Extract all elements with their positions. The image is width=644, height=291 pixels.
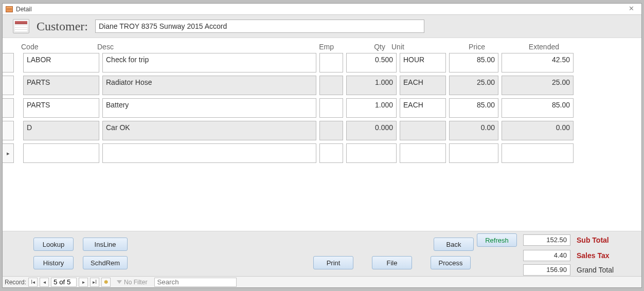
subtotal-label: Sub Total [577,236,623,244]
schdrem-button[interactable]: SchdRem [83,256,128,269]
cell-ext[interactable] [502,143,574,163]
cell-ext[interactable]: 85.00 [502,98,574,118]
back-button[interactable]: Back [434,238,474,251]
record-position[interactable] [51,278,77,287]
col-desc: Desc [95,43,311,51]
col-ext: Extended [487,43,561,51]
window-title: Detail [16,6,32,13]
table-row: PARTSBattery1.000EACH85.0085.00 [3,98,641,118]
cell-code[interactable]: PARTS [23,98,99,118]
cell-emp[interactable] [319,121,343,140]
cell-code[interactable] [23,143,99,163]
customer-input[interactable] [95,20,424,33]
table-row [3,143,641,163]
row-selector[interactable] [3,53,14,72]
cell-code[interactable]: LABOR [23,53,99,72]
cell-code[interactable]: D [23,121,99,140]
cell-qty[interactable]: 0.500 [346,53,397,72]
table-row: PARTSRadiator Hose1.000EACH25.0025.00 [3,76,641,95]
titlebar: Detail ✕ [3,4,641,15]
col-unit: Unit [387,43,436,51]
grandtotal-value: 156.90 [523,264,570,276]
cell-price[interactable]: 85.00 [449,53,498,72]
footer: Lookup InsLine History SchdRem Back Prin… [3,231,641,276]
file-button[interactable]: File [372,256,412,269]
salestax-value: 4.40 [523,250,570,261]
cell-emp[interactable] [319,143,343,163]
column-headers: Code Desc Emp Qty Unit Price Extended [3,40,641,53]
table-row: LABORCheck for trip0.500HOUR85.0042.50 [3,53,641,72]
subtotal-value: 152.50 [523,234,570,246]
datasheet-icon [13,19,29,33]
cell-unit[interactable] [400,121,446,140]
cell-desc[interactable]: Battery [102,98,316,118]
cell-desc[interactable] [102,143,316,163]
cell-qty[interactable]: 1.000 [346,98,397,118]
cell-qty[interactable] [346,143,397,163]
search-input[interactable] [154,278,237,287]
nav-next-button[interactable]: ▸ [79,278,88,287]
col-emp: Emp [311,43,336,51]
cell-unit[interactable]: EACH [400,98,446,118]
row-selector[interactable] [3,98,14,118]
close-icon[interactable]: ✕ [624,5,638,14]
row-selector[interactable] [3,76,14,95]
lookup-button[interactable]: Lookup [33,238,74,251]
cell-qty[interactable]: 1.000 [346,76,397,95]
cell-ext[interactable]: 42.50 [502,53,574,72]
record-label: Record: [5,279,26,286]
cell-price[interactable] [449,143,498,163]
cell-desc[interactable]: Check for trip [102,53,316,72]
cell-emp[interactable] [319,53,343,72]
cell-emp[interactable] [319,76,343,95]
customer-label: Customer: [37,20,88,33]
row-selector[interactable] [3,143,14,163]
cell-price[interactable]: 25.00 [449,76,498,95]
form-icon [6,6,13,12]
detail-grid: Code Desc Emp Qty Unit Price Extended LA… [3,40,641,231]
col-price: Price [436,43,487,51]
filter-label: No Filter [124,279,147,286]
cell-ext[interactable]: 0.00 [502,121,574,140]
cell-price[interactable]: 85.00 [449,98,498,118]
cell-qty[interactable]: 0.000 [346,121,397,140]
nav-last-button[interactable]: ▸I [90,278,99,287]
cell-desc[interactable]: Radiator Hose [102,76,316,95]
nav-first-button[interactable]: I◂ [28,278,38,287]
salestax-label: Sales Tax [577,251,623,260]
table-row: DCar OK0.0000.000.00 [3,121,641,140]
header-strip: Customer: [3,15,641,38]
history-button[interactable]: History [33,256,74,269]
record-navigator: Record: I◂ ◂ ▸ ▸I ✽ No Filter [3,276,641,287]
nav-new-button[interactable]: ✽ [101,278,111,287]
cell-unit[interactable]: HOUR [400,53,446,72]
cell-ext[interactable]: 25.00 [502,76,574,95]
cell-unit[interactable] [400,143,446,163]
refresh-button[interactable]: Refresh [477,233,517,247]
filter-indicator: No Filter [117,279,147,286]
process-button[interactable]: Process [431,256,471,269]
row-selector[interactable] [3,121,14,140]
cell-code[interactable]: PARTS [23,76,99,95]
grandtotal-label: Grand Total [577,266,623,274]
nav-prev-button[interactable]: ◂ [40,278,49,287]
cell-unit[interactable]: EACH [400,76,446,95]
col-qty: Qty [336,43,387,51]
funnel-icon [117,280,122,284]
detail-window: Detail ✕ Customer: Code Desc Emp Qty Uni… [2,3,642,288]
insline-button[interactable]: InsLine [83,238,128,251]
cell-desc[interactable]: Car OK [102,121,316,140]
cell-price[interactable]: 0.00 [449,121,498,140]
col-code: Code [19,43,95,51]
print-button[interactable]: Print [313,256,353,269]
cell-emp[interactable] [319,98,343,118]
